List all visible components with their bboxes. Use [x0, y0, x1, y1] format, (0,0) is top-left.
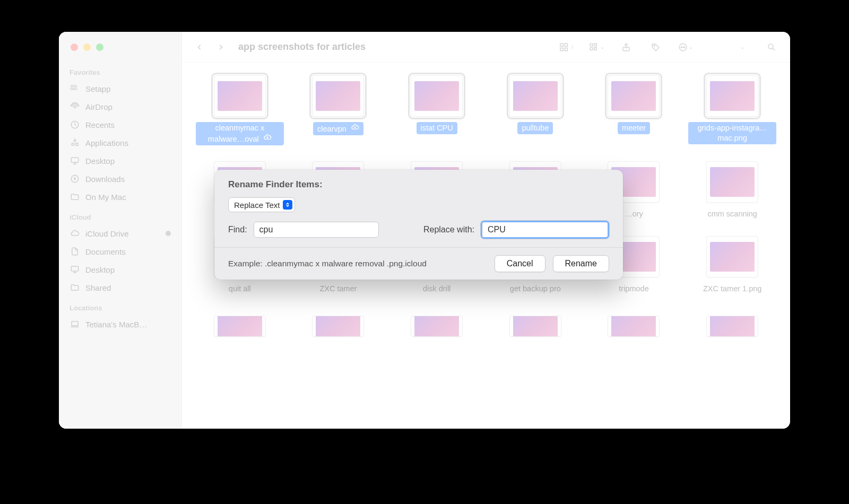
file-item[interactable]: meeter — [590, 75, 678, 145]
desktop-icon — [70, 264, 80, 275]
file-thumbnail[interactable] — [608, 316, 660, 337]
toolbar: app screenshots for articles ⌄ — [182, 32, 790, 63]
sidebar-item-icloud-desktop[interactable]: Desktop — [64, 260, 176, 279]
window-controls — [71, 44, 103, 51]
close-window-button[interactable] — [71, 44, 78, 51]
group-by-button[interactable]: ⌄ — [588, 40, 604, 54]
file-item[interactable] — [393, 310, 481, 337]
svg-point-2 — [72, 143, 74, 146]
action-menu-button[interactable]: ⌄ — [678, 40, 694, 54]
file-thumbnail[interactable] — [312, 316, 364, 337]
file-item[interactable] — [590, 310, 678, 337]
file-label[interactable]: ZXC tamer 1.png — [699, 283, 766, 295]
file-label[interactable]: ZXC tamer — [315, 283, 361, 295]
sidebar-item-on-my-mac[interactable]: On My Mac — [64, 188, 176, 206]
file-thumbnail[interactable] — [706, 75, 758, 117]
file-item[interactable]: ZXC tamer 1.png — [688, 236, 776, 295]
file-label[interactable]: grids-app-instagra…mac.png — [688, 122, 776, 144]
tags-button[interactable] — [648, 40, 664, 54]
file-label[interactable]: tripmode — [614, 283, 653, 295]
file-label[interactable]: istat CPU — [417, 122, 457, 134]
sidebar-item-desktop[interactable]: Desktop — [64, 152, 176, 170]
cloud-download-icon — [263, 133, 272, 142]
file-label[interactable]: clearvpn — [313, 122, 363, 135]
sync-status-dot — [166, 231, 171, 236]
svg-rect-14 — [594, 44, 597, 46]
find-label: Find: — [228, 225, 247, 234]
file-thumbnail[interactable] — [706, 316, 758, 337]
sidebar-item-documents[interactable]: Documents — [64, 242, 176, 260]
chevron-down-icon: ⌄ — [740, 44, 744, 50]
svg-point-0 — [74, 106, 76, 108]
search-button[interactable] — [764, 40, 779, 54]
sidebar-toggle-button[interactable]: ⌄ — [734, 40, 750, 54]
replace-input[interactable] — [481, 221, 609, 239]
file-label[interactable]: …ory — [620, 208, 647, 220]
chevron-down-icon: ⌄ — [600, 44, 604, 50]
file-thumbnail[interactable] — [312, 75, 364, 117]
file-label[interactable]: pulltube — [517, 122, 553, 134]
fullscreen-window-button[interactable] — [96, 44, 103, 51]
file-thumbnail[interactable] — [411, 316, 463, 337]
forward-button[interactable] — [214, 40, 228, 54]
svg-point-20 — [682, 47, 683, 48]
download-icon — [70, 173, 80, 184]
sidebar-item-label: Recents — [85, 120, 115, 129]
example-text: Example: .cleanmymac x malware removal .… — [228, 259, 427, 268]
view-mode-button[interactable] — [559, 40, 575, 54]
file-thumbnail[interactable] — [608, 75, 660, 117]
toolbar-right: ⌄ ⌄ ⌄ — [559, 40, 779, 54]
svg-rect-15 — [594, 47, 597, 50]
svg-rect-6 — [71, 266, 79, 271]
airdrop-icon — [70, 101, 80, 112]
rename-mode-select[interactable]: Replace Text — [228, 197, 295, 212]
sidebar-item-label: AirDrop — [85, 102, 112, 111]
file-label[interactable]: meeter — [618, 122, 650, 134]
sidebar-item-airdrop[interactable]: AirDrop — [64, 98, 176, 116]
sidebar-item-setapp[interactable]: Setapp — [64, 80, 176, 98]
file-thumbnail[interactable] — [509, 75, 561, 117]
sidebar-section-favorites: Favorites — [64, 61, 176, 80]
file-item[interactable]: clearvpn — [294, 75, 383, 145]
file-item[interactable]: istat CPU — [393, 75, 481, 145]
back-button[interactable] — [193, 40, 206, 54]
sidebar-item-label: Documents — [85, 247, 126, 256]
file-label[interactable]: cmm scanning — [703, 208, 761, 220]
sidebar-item-label: On My Mac — [85, 193, 126, 202]
file-item[interactable]: grids-app-instagra…mac.png — [688, 75, 776, 145]
file-thumbnail[interactable] — [706, 236, 758, 277]
find-input[interactable] — [254, 222, 379, 238]
file-thumbnail[interactable] — [411, 75, 463, 117]
desktop-icon — [70, 155, 80, 166]
file-thumbnail[interactable] — [214, 316, 266, 337]
sidebar-item-downloads[interactable]: Downloads — [64, 170, 176, 188]
file-label[interactable]: quit all — [224, 283, 255, 295]
file-item[interactable]: cleanmymac x malware…oval — [196, 75, 284, 145]
file-item[interactable]: pulltube — [491, 75, 579, 145]
file-item[interactable] — [688, 310, 776, 337]
file-label[interactable]: disk drill — [419, 283, 455, 295]
file-label[interactable]: cleanmymac x malware…oval — [196, 122, 284, 145]
file-thumbnail[interactable] — [706, 161, 758, 203]
rename-mode-label: Replace Text — [234, 201, 280, 210]
file-item[interactable] — [491, 310, 579, 337]
file-thumbnail[interactable] — [509, 316, 561, 337]
sidebar-item-applications[interactable]: Applications — [64, 134, 176, 152]
rename-button[interactable]: Rename — [553, 255, 609, 272]
minimize-window-button[interactable] — [83, 44, 91, 51]
sidebar-item-icloud-drive[interactable]: iCloud Drive — [64, 224, 176, 242]
share-button[interactable] — [618, 40, 634, 54]
file-item[interactable] — [294, 310, 383, 337]
file-item[interactable] — [196, 310, 284, 337]
cloud-download-icon — [351, 123, 359, 132]
file-item[interactable]: cmm scanning — [688, 161, 776, 220]
replace-label: Replace with: — [423, 225, 474, 234]
sidebar-item-recents[interactable]: Recents — [64, 116, 176, 134]
cancel-button[interactable]: Cancel — [495, 255, 545, 272]
svg-point-17 — [654, 45, 655, 46]
sidebar-item-this-mac[interactable]: Tetiana's MacB… — [64, 315, 176, 333]
file-thumbnail[interactable] — [214, 75, 266, 117]
file-label[interactable]: get backup pro — [506, 283, 565, 295]
sidebar-item-shared[interactable]: Shared — [64, 279, 176, 297]
svg-rect-10 — [560, 48, 563, 50]
